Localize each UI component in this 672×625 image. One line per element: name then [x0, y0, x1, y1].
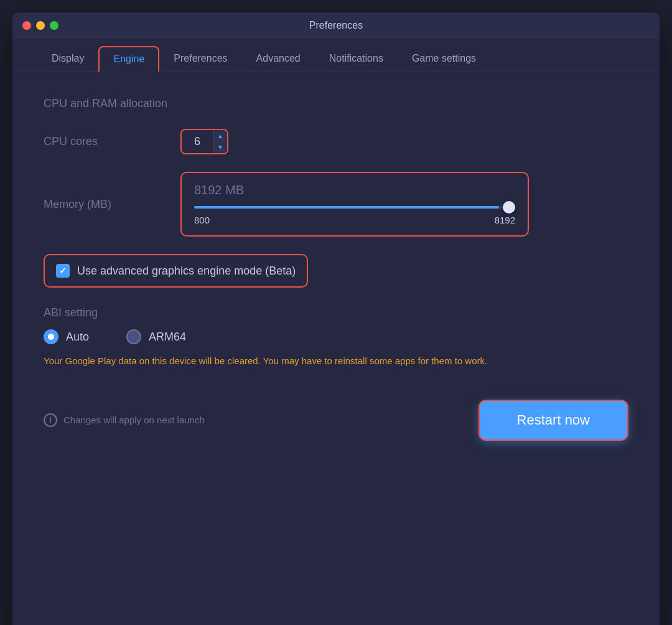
section-title: CPU and RAM allocation	[44, 97, 628, 110]
tab-advanced[interactable]: Advanced	[242, 46, 315, 72]
cpu-cores-row: CPU cores ▲ ▼	[44, 129, 628, 154]
footer-note: Changes will apply on next launch	[63, 415, 205, 425]
radio-auto-inner	[48, 334, 54, 340]
abi-title: ABI setting	[44, 306, 628, 319]
close-button[interactable]	[22, 21, 31, 30]
abi-section: ABI setting Auto ARM64	[44, 306, 628, 344]
radio-auto[interactable]: Auto	[44, 329, 89, 344]
tab-notifications[interactable]: Notifications	[315, 46, 398, 72]
tabs-bar: Display Engine Preferences Advanced Noti…	[12, 39, 660, 72]
traffic-lights	[22, 21, 58, 30]
memory-row: Memory (MB) 8192 MB 800 8192	[44, 172, 628, 237]
tab-preferences[interactable]: Preferences	[159, 46, 241, 72]
radio-arm64-label: ARM64	[149, 331, 186, 344]
minimize-button[interactable]	[36, 21, 45, 30]
cpu-cores-label: CPU cores	[44, 135, 180, 148]
slider-max-label: 8192	[495, 215, 515, 225]
tab-engine[interactable]: Engine	[98, 46, 159, 72]
radio-auto-label: Auto	[66, 331, 89, 344]
tab-game-settings[interactable]: Game settings	[398, 46, 490, 72]
memory-slider-track[interactable]	[194, 206, 515, 209]
restart-button[interactable]: Restart now	[478, 400, 628, 441]
memory-label: Memory (MB)	[44, 198, 180, 211]
stepper-arrows: ▲ ▼	[213, 131, 227, 153]
info-icon: i	[44, 413, 57, 427]
graphics-checkbox-row[interactable]: ✓ Use advanced graphics engine mode (Bet…	[44, 254, 308, 288]
radio-auto-button[interactable]	[44, 329, 58, 344]
engine-content: CPU and RAM allocation CPU cores ▲ ▼ Mem…	[12, 72, 660, 466]
slider-min-label: 800	[194, 215, 210, 225]
radio-arm64-button[interactable]	[126, 329, 141, 344]
stepper-down[interactable]: ▼	[213, 142, 227, 153]
window-title: Preferences	[309, 20, 363, 31]
preferences-window: Preferences Display Engine Preferences A…	[12, 12, 660, 625]
slider-fill	[194, 206, 499, 209]
titlebar: Preferences	[12, 12, 660, 39]
radio-arm64[interactable]: ARM64	[126, 329, 186, 344]
stepper-up[interactable]: ▲	[213, 131, 227, 142]
maximize-button[interactable]	[50, 21, 58, 30]
tab-display[interactable]: Display	[37, 46, 98, 72]
cpu-value-input[interactable]	[182, 130, 213, 153]
footer-info: i Changes will apply on next launch	[44, 413, 205, 427]
checkmark-icon: ✓	[59, 266, 67, 276]
graphics-checkbox-label: Use advanced graphics engine mode (Beta)	[77, 265, 296, 278]
radio-group: Auto ARM64	[44, 329, 628, 344]
cpu-stepper[interactable]: ▲ ▼	[180, 129, 228, 154]
slider-labels: 800 8192	[194, 215, 515, 225]
slider-thumb[interactable]	[503, 201, 515, 214]
graphics-checkbox[interactable]: ✓	[56, 264, 70, 278]
memory-box: 8192 MB 800 8192	[180, 172, 529, 237]
memory-value: 8192 MB	[194, 183, 515, 197]
warning-text: Your Google Play data on this device wil…	[44, 354, 492, 369]
footer: i Changes will apply on next launch Rest…	[44, 393, 628, 441]
